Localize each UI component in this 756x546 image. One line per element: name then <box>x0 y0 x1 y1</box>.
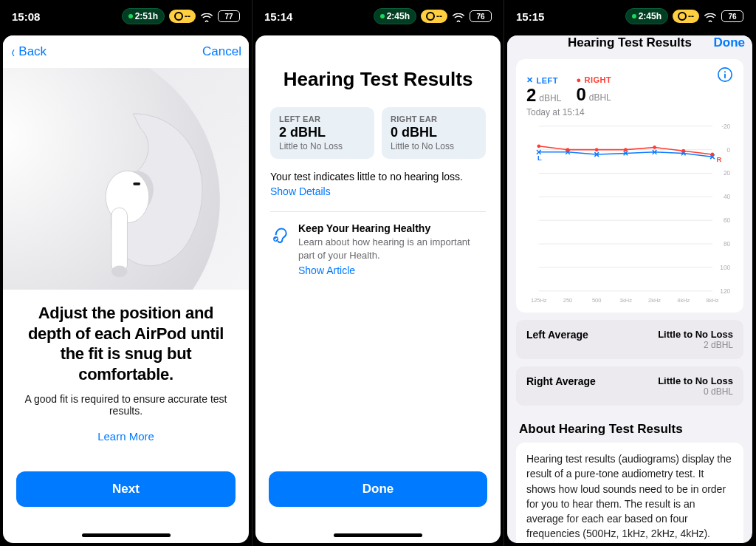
svg-point-34 <box>595 148 599 151</box>
svg-text:-20: -20 <box>721 123 730 130</box>
fit-heading: Adjust the position and depth of each Ai… <box>24 303 228 384</box>
svg-text:8kHz: 8kHz <box>706 297 718 304</box>
done-button[interactable]: Done <box>714 35 746 50</box>
right-avg-label: Right Average <box>526 375 596 397</box>
left-marker-icon: ✕ <box>526 75 534 85</box>
right-average-card: Right Average Little to No Loss 0 dBHL <box>516 366 743 406</box>
activity-pill[interactable]: 2:51h <box>122 8 165 24</box>
svg-rect-2 <box>111 208 128 273</box>
right-avg-sub: 0 dBHL <box>658 386 733 397</box>
legend-right-value: 0 <box>576 84 585 105</box>
about-body: Hearing test results (audiograms) displa… <box>516 443 743 543</box>
show-details-link[interactable]: Show Details <box>270 185 331 197</box>
svg-text:L: L <box>537 154 542 162</box>
svg-point-38 <box>711 153 715 157</box>
wifi-icon <box>452 12 465 21</box>
legend-left-unit: dBHL <box>539 93 561 103</box>
right-ear-sub: Little to No Loss <box>391 141 477 151</box>
sheet-results: Hearing Test Results LEFT EAR 2 dBHL Lit… <box>255 35 501 543</box>
left-ear-label: LEFT EAR <box>279 115 365 123</box>
right-marker-icon: ● <box>576 75 581 84</box>
left-ear-sub: Little to No Loss <box>279 141 365 151</box>
svg-point-33 <box>566 148 570 151</box>
svg-text:2kHz: 2kHz <box>648 297 661 304</box>
audiogram-plot[interactable]: -20020406080100120125Hz2505001kHz2kHz4kH… <box>526 122 733 307</box>
svg-text:500: 500 <box>592 297 601 304</box>
right-ear-label: RIGHT EAR <box>391 115 477 123</box>
summary-text: Your test indicates little to no hearing… <box>270 171 486 182</box>
phone-3: 15:15 2:45h -- 76 Hearing Test Results D… <box>504 0 755 546</box>
left-avg-sub: 2 dBHL <box>658 340 733 350</box>
left-avg-label: Left Average <box>526 329 588 350</box>
results-title: Hearing Test Results <box>270 68 486 91</box>
show-article-link[interactable]: Show Article <box>298 265 355 276</box>
airpod-ear-illustration <box>3 68 249 290</box>
svg-text:80: 80 <box>724 240 731 248</box>
battery-indicator: 76 <box>721 10 743 22</box>
svg-point-7 <box>724 71 726 72</box>
status-time: 15:08 <box>12 10 40 23</box>
svg-point-32 <box>537 144 540 148</box>
back-button[interactable]: ‹Back <box>10 44 47 59</box>
phone-1: 15:08 2:51h -- 77 ‹Back Cancel <box>0 0 252 546</box>
focus-pill[interactable]: -- <box>673 10 699 23</box>
navbar: Hearing Test Results Done <box>507 35 752 50</box>
navbar: ‹Back Cancel <box>3 35 249 68</box>
activity-pill[interactable]: 2:45h <box>374 8 416 24</box>
left-avg-value: Little to No Loss <box>658 329 733 340</box>
legend-right-unit: dBHL <box>589 92 611 103</box>
legend-right-label: RIGHT <box>585 75 612 84</box>
tip-title: Keep Your Hearing Healthy <box>298 222 478 234</box>
status-time: 15:14 <box>264 10 292 23</box>
cancel-button[interactable]: Cancel <box>202 44 241 59</box>
learn-more-link[interactable]: Learn More <box>97 430 154 443</box>
status-bar: 15:14 2:45h -- 76 <box>252 0 504 33</box>
battery-indicator: 76 <box>470 10 492 22</box>
svg-text:250: 250 <box>563 297 572 304</box>
svg-text:20: 20 <box>724 169 731 177</box>
svg-text:60: 60 <box>724 216 731 224</box>
health-tip[interactable]: Keep Your Hearing Healthy Learn about ho… <box>270 222 486 277</box>
sheet-fit: ‹Back Cancel Adj <box>3 35 249 543</box>
phone-2: 15:14 2:45h -- 76 Hearing Test Results L… <box>252 0 504 546</box>
right-ear-card: RIGHT EAR 0 dBHL Little to No Loss <box>382 107 486 159</box>
home-indicator[interactable] <box>82 533 171 537</box>
svg-text:100: 100 <box>720 264 730 271</box>
svg-point-37 <box>681 149 685 153</box>
svg-text:0: 0 <box>727 146 731 153</box>
svg-text:40: 40 <box>724 193 731 200</box>
right-avg-value: Little to No Loss <box>658 375 733 386</box>
focus-pill[interactable]: -- <box>421 10 447 23</box>
wifi-icon <box>200 12 213 21</box>
ear-health-icon <box>270 222 289 277</box>
legend-left-label: LEFT <box>537 76 559 85</box>
activity-pill[interactable]: 2:45h <box>625 8 668 24</box>
svg-text:120: 120 <box>720 287 730 295</box>
left-average-card: Left Average Little to No Loss 2 dBHL <box>516 320 743 359</box>
left-ear-card: LEFT EAR 2 dBHL Little to No Loss <box>270 107 374 159</box>
svg-text:R: R <box>717 154 722 163</box>
svg-point-35 <box>624 148 628 151</box>
wifi-icon <box>704 12 717 21</box>
svg-point-36 <box>653 146 656 149</box>
battery-indicator: 77 <box>218 10 240 22</box>
next-button[interactable]: Next <box>16 471 236 507</box>
status-time: 15:15 <box>516 10 544 23</box>
tip-desc: Learn about how hearing is an important … <box>298 236 478 262</box>
svg-text:1kHz: 1kHz <box>619 297 632 304</box>
done-button[interactable]: Done <box>269 471 487 507</box>
about-heading: About Hearing Test Results <box>519 422 740 437</box>
chevron-left-icon: ‹ <box>11 48 14 56</box>
home-indicator[interactable] <box>334 533 422 537</box>
svg-point-3 <box>111 266 128 278</box>
chart-legend: ✕LEFT 2dBHL ●RIGHT 0dBHL <box>526 66 733 106</box>
info-icon[interactable] <box>717 66 733 83</box>
svg-text:4kHz: 4kHz <box>677 297 690 304</box>
svg-text:125Hz: 125Hz <box>531 297 547 304</box>
status-bar: 15:15 2:45h -- 76 <box>504 0 755 33</box>
chart-timestamp: Today at 15:14 <box>526 107 733 117</box>
svg-rect-4 <box>133 182 140 185</box>
legend-left-value: 2 <box>526 85 536 106</box>
focus-pill[interactable]: -- <box>169 10 196 23</box>
audiogram-card: ✕LEFT 2dBHL ●RIGHT 0dBHL Today at 15:14 … <box>516 59 743 313</box>
